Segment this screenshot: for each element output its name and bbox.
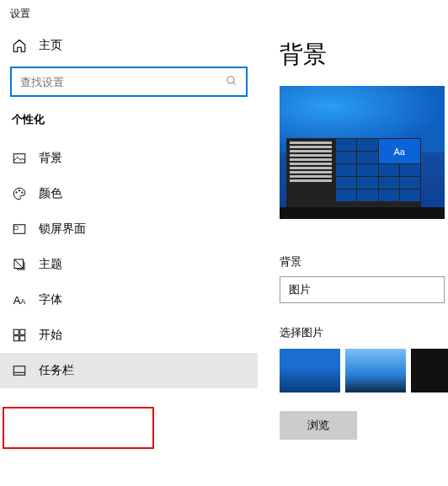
search-box[interactable] bbox=[10, 67, 248, 97]
settings-window: 设置 主页 个性化 背景 bbox=[0, 0, 448, 486]
svg-rect-2 bbox=[13, 154, 25, 163]
nav-item-colors[interactable]: 颜色 bbox=[0, 176, 258, 211]
font-icon: AA bbox=[12, 292, 27, 307]
sidebar-home[interactable]: 主页 bbox=[0, 29, 258, 61]
nav-list: 背景 颜色 锁屏界面 主题 bbox=[0, 141, 258, 388]
search-container bbox=[10, 67, 248, 97]
svg-point-0 bbox=[227, 77, 234, 83]
picture-thumb[interactable] bbox=[280, 349, 340, 393]
nav-label: 字体 bbox=[39, 292, 62, 307]
nav-item-background[interactable]: 背景 bbox=[0, 141, 258, 176]
home-label: 主页 bbox=[39, 38, 62, 53]
picture-thumb[interactable] bbox=[411, 349, 448, 393]
image-icon bbox=[12, 151, 27, 166]
sidebar: 设置 主页 个性化 背景 bbox=[0, 0, 258, 486]
start-icon bbox=[12, 328, 27, 343]
picture-thumbnails bbox=[280, 349, 448, 393]
search-input[interactable] bbox=[19, 75, 226, 89]
home-icon bbox=[12, 38, 27, 53]
svg-point-5 bbox=[22, 192, 24, 194]
nav-label: 背景 bbox=[39, 151, 62, 166]
picture-thumb[interactable] bbox=[345, 349, 406, 393]
choose-picture-label: 选择图片 bbox=[280, 325, 448, 340]
svg-line-1 bbox=[233, 83, 236, 85]
svg-rect-12 bbox=[20, 336, 25, 341]
nav-item-themes[interactable]: 主题 bbox=[0, 247, 258, 282]
combo-value: 图片 bbox=[289, 282, 311, 297]
svg-rect-9 bbox=[13, 329, 19, 334]
window-title: 设置 bbox=[0, 0, 258, 29]
svg-rect-10 bbox=[20, 329, 25, 334]
taskbar-icon bbox=[12, 363, 27, 378]
background-label: 背景 bbox=[280, 254, 448, 270]
lock-icon bbox=[12, 222, 27, 237]
preview-tile-aa: Aa bbox=[379, 139, 421, 163]
highlight-box bbox=[3, 407, 154, 449]
search-icon bbox=[226, 75, 239, 88]
desktop-preview: Aa bbox=[280, 86, 445, 219]
svg-rect-11 bbox=[13, 336, 19, 341]
nav-item-lockscreen[interactable]: 锁屏界面 bbox=[0, 211, 258, 247]
page-title: 背景 bbox=[280, 39, 448, 71]
svg-rect-7 bbox=[14, 227, 19, 230]
svg-rect-6 bbox=[13, 225, 25, 234]
nav-label: 锁屏界面 bbox=[39, 222, 86, 237]
nav-item-start[interactable]: 开始 bbox=[0, 318, 258, 353]
nav-label: 开始 bbox=[39, 328, 62, 343]
svg-point-3 bbox=[16, 192, 18, 194]
nav-item-fonts[interactable]: AA 字体 bbox=[0, 282, 258, 318]
nav-label: 任务栏 bbox=[39, 363, 74, 378]
svg-point-4 bbox=[19, 190, 20, 192]
nav-label: 主题 bbox=[39, 257, 62, 272]
browse-button[interactable]: 浏览 bbox=[280, 411, 357, 440]
category-header: 个性化 bbox=[0, 109, 258, 136]
nav-label: 颜色 bbox=[39, 186, 62, 201]
palette-icon bbox=[12, 186, 27, 201]
theme-icon bbox=[12, 257, 27, 272]
nav-item-taskbar[interactable]: 任务栏 bbox=[0, 353, 258, 388]
main-pane: 背景 Aa 背景 图片 ▾ 选择图片 bbox=[258, 0, 448, 486]
background-combo[interactable]: 图片 ▾ bbox=[280, 276, 445, 303]
svg-rect-13 bbox=[13, 366, 25, 376]
